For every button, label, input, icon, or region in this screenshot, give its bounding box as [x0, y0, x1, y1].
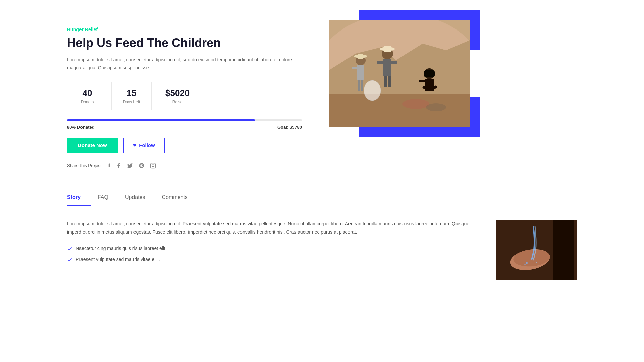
left-content: Hunger Relief Help Us Feed The Children … [67, 20, 302, 169]
svg-rect-17 [388, 76, 391, 87]
story-image-aside [496, 220, 577, 280]
raise-number: $5020 [165, 88, 190, 98]
donated-label: 80% Donated [67, 125, 95, 130]
tab-story[interactable]: Story [67, 189, 91, 206]
main-title: Help Us Feed The Children [67, 36, 302, 50]
svg-rect-15 [383, 59, 391, 76]
share-label: Share this Project [67, 163, 102, 168]
check-icon-2 [67, 257, 72, 264]
tabs-row: Story FAQ Updates Comments [67, 189, 577, 206]
twitter-icon[interactable] [127, 163, 133, 169]
donate-button[interactable]: Donate Now [67, 138, 118, 153]
follow-button[interactable]: ♥ Follow [123, 138, 165, 153]
tab-updates[interactable]: Updates [125, 189, 155, 206]
check-list: Nsectetur cing mauris quis risus laoreet… [67, 246, 476, 264]
svg-rect-16 [384, 76, 387, 87]
progress-section: 80% Donated Goal: $5780 [67, 119, 302, 130]
checklist-text-2: Praesent vulputate sed mauris vitae elli… [76, 257, 160, 262]
donors-label: Donors [77, 100, 98, 104]
story-section: Lorem ipsum dolor sit amet, consectetur … [67, 220, 577, 293]
category-label: Hunger Relief [67, 27, 302, 32]
progress-bar-fill [67, 119, 255, 121]
stat-days-left: 15 Days Left [111, 82, 152, 110]
svg-point-30 [426, 103, 446, 111]
check-icon-1 [67, 246, 72, 253]
story-photo-inner [496, 220, 577, 280]
svg-rect-11 [352, 67, 357, 69]
svg-rect-0 [150, 163, 155, 168]
svg-rect-18 [377, 61, 383, 64]
story-text: Lorem ipsum dolor sit amet, consectetur … [67, 220, 476, 280]
stat-donors: 40 Donors [67, 82, 107, 110]
tab-faq[interactable]: FAQ [98, 189, 118, 206]
photo-placeholder [329, 20, 470, 127]
svg-rect-28 [424, 70, 435, 77]
hands-illustration [496, 220, 577, 280]
follow-label: Follow [139, 142, 155, 148]
svg-rect-6 [329, 94, 470, 127]
days-left-label: Days Left [121, 100, 142, 104]
story-photo [496, 220, 577, 280]
raise-label: Raise [165, 100, 190, 104]
instagram-icon[interactable] [150, 163, 156, 169]
svg-rect-32 [553, 220, 574, 280]
top-section: Hunger Relief Help Us Feed The Children … [67, 20, 577, 169]
checklist-text-1: Nsectetur cing mauris quis risus laoreet… [76, 246, 167, 251]
description-text: Lorem ipsum dolor sit amet, consectetur … [67, 56, 302, 72]
facebook-icon[interactable] [116, 163, 122, 169]
svg-point-37 [524, 264, 526, 265]
svg-rect-27 [419, 80, 425, 82]
progress-labels: 80% Donated Goal: $5780 [67, 125, 302, 130]
buttons-row: Donate Now ♥ Follow [67, 138, 302, 153]
campaign-image-section [329, 20, 470, 127]
svg-point-22 [364, 80, 381, 101]
svg-point-1 [152, 165, 154, 167]
svg-rect-9 [358, 80, 360, 90]
tabs-section: Story FAQ Updates Comments Lorem ipsum d… [67, 189, 577, 293]
svg-point-36 [536, 262, 537, 263]
story-paragraph: Lorem ipsum dolor sit amet, consectetur … [67, 220, 476, 236]
stat-raise: $5020 Raise [156, 82, 199, 110]
tab-comments[interactable]: Comments [162, 189, 198, 206]
campaign-photo [329, 20, 470, 127]
svg-rect-8 [357, 65, 364, 80]
page-wrapper: Hunger Relief Help Us Feed The Children … [0, 0, 644, 293]
heart-icon: ♥ [133, 142, 137, 148]
svg-point-35 [526, 262, 528, 264]
checklist-item-2: Praesent vulputate sed mauris vitae elli… [67, 257, 476, 264]
donors-number: 40 [77, 88, 98, 98]
share-section: Share this Project f [67, 163, 302, 169]
svg-rect-10 [361, 80, 363, 90]
goal-label: Goal: $5780 [277, 125, 302, 130]
days-left-number: 15 [121, 88, 142, 98]
svg-rect-13 [358, 54, 363, 59]
children-illustration [329, 20, 470, 127]
facebook-icon[interactable]: f [107, 163, 110, 169]
pinterest-icon[interactable] [139, 163, 145, 169]
svg-point-29 [402, 99, 429, 109]
progress-bar-bg [67, 119, 302, 121]
svg-rect-19 [391, 61, 397, 64]
svg-rect-21 [384, 46, 391, 52]
stats-row: 40 Donors 15 Days Left $5020 Raise [67, 82, 302, 110]
checklist-item-1: Nsectetur cing mauris quis risus laoreet… [67, 246, 476, 253]
